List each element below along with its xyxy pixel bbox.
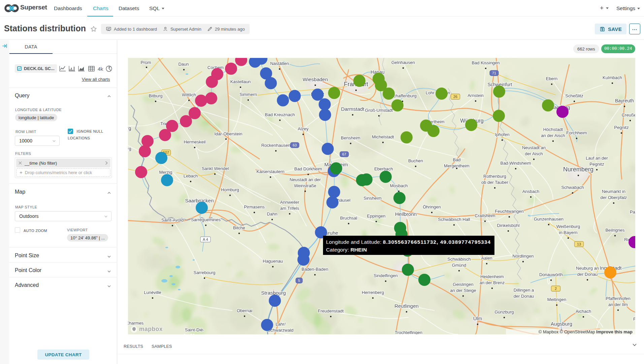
svg-text:an der Brenz: an der Brenz	[480, 280, 505, 285]
svg-text:Bad Kissingen: Bad Kissingen	[472, 60, 500, 65]
svg-text:F: F	[633, 317, 635, 322]
svg-text:Beilngries: Beilngries	[605, 228, 625, 233]
svg-text:Freudenstadt: Freudenstadt	[318, 308, 344, 313]
svg-text:der Aisch: der Aisch	[525, 151, 543, 156]
svg-text:Meitingen: Meitingen	[547, 297, 566, 302]
svg-text:13: 13	[577, 242, 581, 246]
svg-text:Gunzenhausen: Gunzenhausen	[534, 217, 564, 222]
svg-text:Neustadt an der: Neustadt an der	[290, 177, 321, 182]
svg-text:Bad: Bad	[453, 157, 460, 162]
svg-text:Bad Kreuznach: Bad Kreuznach	[265, 112, 295, 117]
svg-text:2: 2	[555, 287, 557, 291]
svg-text:Kastellaun: Kastellaun	[230, 79, 251, 84]
svg-text:Iphofen: Iphofen	[495, 132, 509, 137]
svg-text:an der Ilm: an der Ilm	[608, 302, 628, 307]
svg-text:rg: rg	[128, 125, 131, 131]
svg-text:les-Vosges: les-Vosges	[184, 333, 205, 334]
svg-text:Nördlingen: Nördlingen	[513, 254, 534, 259]
svg-text:Michelstadt: Michelstadt	[372, 134, 394, 139]
svg-text:Dahn: Dahn	[267, 211, 277, 217]
svg-text:Darmstadt: Darmstadt	[341, 106, 364, 112]
svg-text:Sindelfingen: Sindelfingen	[374, 273, 398, 278]
svg-text:Forchheim: Forchheim	[566, 130, 587, 135]
svg-text:Rockenhausen: Rockenhausen	[261, 143, 291, 148]
svg-text:Rothenburg: Rothenburg	[483, 174, 506, 179]
svg-text:Schwäbisch Hall: Schwäbisch Hall	[438, 217, 470, 222]
svg-text:Dinkelsbühl: Dinkelsbühl	[497, 223, 519, 228]
svg-text:Mosbach: Mosbach	[390, 183, 408, 188]
svg-text:Annweiler: Annweiler	[280, 200, 299, 205]
svg-text:Höchstadt: Höchstadt	[543, 127, 563, 132]
svg-text:Buchen: Buchen	[408, 158, 423, 163]
svg-text:Homburg: Homburg	[221, 187, 239, 192]
svg-text:Öhringen: Öhringen	[423, 204, 441, 209]
svg-text:Lunéville: Lunéville	[144, 290, 161, 295]
svg-text:26: 26	[453, 95, 457, 99]
svg-text:A 4: A 4	[203, 237, 208, 241]
svg-text:Herrenberg: Herrenberg	[362, 290, 384, 295]
svg-text:Reutlingen: Reutlingen	[394, 303, 419, 309]
svg-text:der Donau: der Donau	[577, 272, 598, 277]
svg-text:4k: 4k	[98, 66, 103, 72]
svg-text:Obernai: Obernai	[237, 308, 252, 313]
svg-text:Lebach: Lebach	[184, 173, 198, 178]
svg-text:Eberbach: Eberbach	[374, 166, 393, 171]
svg-text:der Oberpfalz: der Oberpfalz	[601, 195, 627, 200]
svg-text:Par: Par	[630, 209, 635, 214]
svg-text:der Donau: der Donau	[514, 294, 534, 299]
svg-text:Lahr/: Lahr/	[276, 322, 286, 327]
svg-text:Pegnitz: Pegnitz	[614, 125, 629, 130]
svg-text:Lauf an der: Lauf an der	[586, 156, 608, 161]
svg-text:Nuremberg: Nuremberg	[563, 166, 593, 173]
svg-text:Bruchsal: Bruchsal	[340, 216, 357, 221]
svg-text:Saint-Avold: Saint-Avold	[161, 218, 184, 223]
svg-text:Sarrebourg: Sarrebourg	[193, 270, 215, 275]
svg-text:Groß-Umstadt: Groß-Umstadt	[365, 108, 393, 113]
svg-text:Simmern: Simmern	[239, 92, 257, 97]
svg-text:Feuchtwangen: Feuchtwangen	[495, 209, 523, 214]
svg-text:Baden-Baden: Baden-Baden	[301, 267, 328, 272]
svg-text:am Trifels: am Trifels	[280, 206, 299, 211]
svg-text:Bensheim: Bensheim	[341, 135, 360, 140]
svg-text:Bad Windsheim: Bad Windsheim	[500, 161, 531, 166]
svg-text:Hermeskeil: Hermeskeil	[184, 139, 205, 144]
svg-text:63: 63	[293, 143, 297, 147]
svg-text:Nastätten: Nastätten	[270, 61, 289, 66]
svg-text:Mergentheim: Mergentheim	[444, 163, 470, 168]
svg-text:Idar-Oberstein: Idar-Oberstein	[214, 131, 242, 136]
svg-text:Neustadt an: Neustadt an	[522, 145, 546, 150]
svg-text:rg: rg	[128, 146, 131, 151]
svg-text:Saint-Dié-: Saint-Dié-	[185, 327, 204, 332]
svg-text:an der Steige: an der Steige	[450, 288, 476, 293]
svg-text:Aalen: Aalen	[481, 256, 492, 261]
svg-text:Kaiserslautern: Kaiserslautern	[256, 169, 284, 174]
svg-text:Geislingen: Geislingen	[453, 282, 473, 287]
svg-text:Arnstein: Arnstein	[468, 93, 484, 98]
svg-text:Neumarkt in: Neumarkt in	[602, 189, 625, 194]
svg-text:Wiesbaden: Wiesbaden	[302, 76, 328, 82]
svg-text:Bitche: Bitche	[233, 225, 245, 230]
svg-text:Gmünd: Gmünd	[452, 263, 466, 268]
svg-text:Kulmbach: Kulmbach	[603, 75, 622, 80]
svg-text:Sankt Wendel: Sankt Wendel	[202, 166, 229, 171]
svg-text:Ebern: Ebern	[546, 76, 558, 81]
svg-text:Donauwörth: Donauwörth	[539, 272, 563, 277]
svg-text:Bayreuth: Bayreuth	[615, 98, 634, 103]
svg-text:Augsburg: Augsburg	[551, 321, 572, 327]
svg-text:71: 71	[492, 71, 496, 75]
svg-text:Merzig: Merzig	[159, 170, 172, 175]
svg-text:mapbox: mapbox	[139, 326, 163, 332]
svg-text:ob der Tauber: ob der Tauber	[481, 180, 509, 185]
svg-text:Crailsheim: Crailsheim	[475, 213, 495, 218]
svg-text:Pirmasens: Pirmasens	[244, 204, 265, 209]
svg-text:67: 67	[342, 152, 346, 156]
svg-text:Günzburg: Günzburg	[494, 309, 514, 315]
svg-text:Scheßlitz: Scheßlitz	[565, 93, 583, 98]
svg-text:in Bayern: in Bayern	[559, 230, 578, 235]
svg-text:Charmes: Charmes	[128, 321, 144, 326]
svg-text:Neuburg an: Neuburg an	[576, 266, 599, 271]
svg-text:Eppingen: Eppingen	[367, 213, 386, 219]
svg-text:Sarreguemines: Sarreguemines	[191, 217, 221, 222]
svg-text:Weinstraße: Weinstraße	[294, 183, 316, 188]
svg-text:an der Aisch: an der Aisch	[541, 133, 565, 138]
